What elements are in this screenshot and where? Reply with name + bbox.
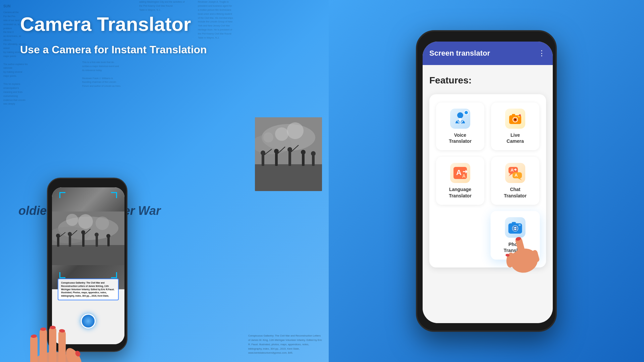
chat-translator-item[interactable]: A A ChatTranslator — [491, 157, 539, 204]
svg-rect-78 — [512, 222, 516, 224]
svg-point-13 — [311, 151, 316, 156]
svg-marker-68 — [518, 178, 522, 180]
right-section: Screen translator ⋮ Features: — [329, 0, 644, 362]
svg-rect-59 — [512, 114, 515, 116]
voice-translator-label: VoiceTranslator — [449, 132, 472, 144]
svg-rect-30 — [96, 236, 98, 247]
war-photo-right — [255, 117, 322, 191]
svg-rect-45 — [58, 330, 66, 362]
svg-rect-52 — [459, 118, 462, 122]
hand-pointer-icon — [505, 233, 546, 277]
features-label: Features: — [429, 75, 546, 86]
left-section: Sun Camera all theFor the Pre-side of ou… — [0, 0, 329, 362]
svg-rect-23 — [52, 245, 124, 265]
header-more-button[interactable]: ⋮ — [538, 49, 546, 58]
chat-icon-container: A A — [505, 163, 525, 183]
svg-text:A: A — [462, 173, 466, 179]
live-camera-icon-container — [505, 109, 525, 129]
svg-point-39 — [96, 217, 109, 230]
chat-translator-label: ChatTranslator — [504, 186, 527, 198]
app-header-title: Screen translator — [429, 49, 490, 58]
svg-rect-26 — [69, 235, 71, 247]
app-phone-screen: Screen translator ⋮ Features: — [423, 42, 553, 323]
voice-icon-container — [450, 109, 470, 129]
svg-point-18 — [287, 122, 304, 139]
sub-title: Use a Camera for Instant Translation — [20, 44, 207, 56]
svg-rect-43 — [40, 328, 47, 362]
svg-text:A: A — [515, 173, 518, 178]
svg-rect-32 — [107, 237, 110, 246]
app-header: Screen translator ⋮ — [423, 42, 553, 65]
main-title: Camera Translator — [20, 13, 191, 35]
svg-marker-66 — [508, 174, 513, 176]
svg-rect-10 — [302, 154, 305, 166]
svg-point-11 — [301, 150, 306, 155]
svg-rect-6 — [275, 153, 278, 166]
voice-translator-item[interactable]: VoiceTranslator — [436, 103, 484, 150]
live-camera-label: LiveCamera — [506, 132, 524, 144]
svg-text:A: A — [456, 168, 462, 177]
svg-point-37 — [78, 214, 93, 229]
svg-point-58 — [515, 119, 516, 120]
features-grid: VoiceTranslator — [436, 103, 539, 259]
svg-point-31 — [95, 233, 99, 237]
hand-phone-svg — [10, 275, 97, 362]
svg-rect-79 — [519, 224, 521, 226]
hand-pointer-container — [505, 233, 546, 279]
svg-rect-8 — [288, 151, 291, 166]
svg-point-19 — [263, 132, 273, 142]
svg-text:A: A — [511, 168, 514, 173]
svg-rect-28 — [82, 233, 85, 247]
svg-rect-12 — [312, 155, 315, 166]
app-phone-frame: Screen translator ⋮ Features: — [416, 30, 557, 332]
svg-point-29 — [81, 230, 85, 234]
svg-rect-42 — [30, 335, 38, 362]
language-translator-item[interactable]: A A LanguageTranslator — [436, 157, 484, 204]
app-content: Features: — [423, 65, 553, 323]
svg-point-48 — [50, 326, 56, 329]
svg-point-38 — [66, 214, 78, 226]
svg-point-61 — [519, 114, 521, 116]
photo-translator-item[interactable]: PhotoTranslator — [491, 211, 540, 259]
svg-point-17 — [275, 127, 288, 141]
svg-point-51 — [457, 112, 463, 118]
live-camera-icon — [507, 111, 523, 127]
live-camera-item[interactable]: LiveCamera — [491, 103, 539, 150]
svg-rect-44 — [49, 327, 56, 362]
svg-point-33 — [106, 234, 110, 238]
notification-dot — [464, 110, 469, 115]
features-card: VoiceTranslator — [429, 94, 546, 267]
svg-rect-3 — [255, 164, 322, 191]
svg-rect-4 — [262, 154, 264, 166]
chat-icon: A A — [507, 165, 523, 181]
svg-rect-24 — [57, 237, 59, 247]
language-translator-label: LanguageTranslator — [449, 186, 472, 198]
language-icon-container: A A — [450, 163, 470, 183]
language-icon: A A — [452, 165, 468, 181]
